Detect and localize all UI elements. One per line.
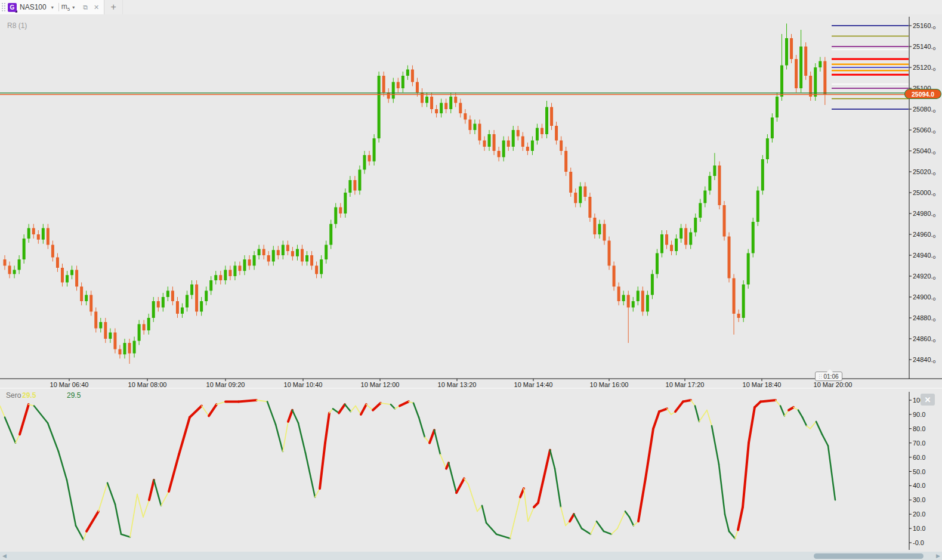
oscillator-panel[interactable]: 100.090.080.070.060.050.040.030.020.010.…: [0, 388, 942, 553]
timeframe-label[interactable]: m5: [61, 2, 70, 12]
svg-text:40.0: 40.0: [913, 482, 925, 489]
svg-text:50.0: 50.0: [913, 468, 925, 475]
current-price-label: 25094.0: [905, 89, 941, 98]
svg-text:25120.0: 25120.0: [913, 64, 936, 72]
svg-text:10 Mar 14:40: 10 Mar 14:40: [514, 381, 553, 388]
popout-icon[interactable]: ⧉: [83, 4, 88, 11]
svg-text:10 Mar 13:20: 10 Mar 13:20: [438, 381, 477, 388]
countdown-grip-icon: [819, 374, 821, 379]
svg-text:25000.0: 25000.0: [913, 189, 936, 197]
svg-text:24960.0: 24960.0: [913, 231, 936, 239]
symbol-badge-icon: G: [8, 3, 17, 12]
scroll-left-arrow-icon[interactable]: ◀: [2, 553, 7, 559]
svg-text:70.0: 70.0: [913, 440, 925, 447]
svg-text:10 Mar 12:00: 10 Mar 12:00: [361, 381, 400, 388]
tab-bar: G NAS100 ▾ m5 ▾ ⧉ ✕ +: [0, 0, 942, 15]
svg-text:25040.0: 25040.0: [913, 147, 936, 156]
svg-text:-0.0: -0.0: [913, 539, 924, 546]
svg-text:24880.0: 24880.0: [913, 314, 936, 323]
svg-text:24900.0: 24900.0: [913, 293, 936, 302]
tab-separator: [58, 3, 59, 11]
close-tab-icon[interactable]: ✕: [94, 4, 99, 11]
svg-text:25140.0: 25140.0: [913, 43, 936, 51]
trading-app-window: G NAS100 ▾ m5 ▾ ⧉ ✕ + 25160.025140.02512…: [0, 0, 942, 560]
main-chart-panel[interactable]: 25160.025140.025120.025100.025080.025060…: [0, 14, 942, 388]
tab-symbol-label: NAS100: [20, 3, 47, 11]
svg-text:30.0: 30.0: [913, 496, 925, 503]
tab-drag-grip-icon[interactable]: [1, 2, 5, 12]
oscillator-chart[interactable]: 100.090.080.070.060.050.040.030.020.010.…: [0, 389, 942, 553]
svg-text:20.0: 20.0: [913, 511, 925, 518]
symbol-dropdown-caret-icon[interactable]: ▾: [51, 5, 54, 10]
svg-text:10 Mar 20:00: 10 Mar 20:00: [814, 381, 853, 388]
indicator-label: R8 (1): [7, 21, 27, 30]
oscillator-close-button[interactable]: ✕: [921, 394, 935, 406]
svg-text:10 Mar 16:00: 10 Mar 16:00: [590, 381, 629, 388]
svg-text:25020.0: 25020.0: [913, 168, 936, 177]
candle-countdown-label[interactable]: 01:06: [815, 372, 842, 381]
svg-text:10 Mar 18:40: 10 Mar 18:40: [743, 381, 782, 388]
svg-text:10 Mar 17:20: 10 Mar 17:20: [666, 381, 705, 388]
svg-text:24840.0: 24840.0: [913, 356, 936, 364]
svg-text:60.0: 60.0: [913, 454, 925, 461]
oscillator-value-secondary: 29.5: [67, 391, 81, 400]
svg-text:24980.0: 24980.0: [913, 210, 936, 218]
svg-text:24860.0: 24860.0: [913, 335, 936, 344]
svg-text:10.0: 10.0: [913, 525, 925, 532]
svg-text:25160.0: 25160.0: [913, 22, 936, 30]
svg-text:80.0: 80.0: [913, 425, 925, 432]
svg-text:24940.0: 24940.0: [913, 252, 936, 260]
new-tab-button[interactable]: +: [104, 0, 123, 14]
oscillator-value-main: 29.5: [22, 391, 36, 400]
svg-text:25060.0: 25060.0: [913, 126, 936, 135]
svg-text:10 Mar 06:40: 10 Mar 06:40: [50, 381, 89, 388]
scroll-right-arrow-icon[interactable]: ▶: [936, 553, 940, 559]
horizontal-scrollbar[interactable]: ◀ ▶: [0, 552, 942, 560]
candlestick-chart[interactable]: 25160.025140.025120.025100.025080.025060…: [0, 14, 942, 388]
svg-text:10 Mar 09:20: 10 Mar 09:20: [206, 381, 245, 388]
svg-text:10 Mar 10:40: 10 Mar 10:40: [284, 381, 323, 388]
timeframe-dropdown-caret-icon[interactable]: ▾: [72, 5, 75, 10]
scrollbar-thumb[interactable]: [814, 553, 924, 559]
chart-tab-nas100[interactable]: G NAS100 ▾ m5 ▾ ⧉ ✕: [0, 0, 104, 14]
svg-text:90.0: 90.0: [913, 411, 925, 418]
svg-text:10 Mar 08:00: 10 Mar 08:00: [128, 381, 167, 388]
oscillator-name-label: Sero: [6, 391, 21, 400]
svg-text:25080.0: 25080.0: [913, 106, 936, 114]
svg-text:24920.0: 24920.0: [913, 273, 936, 281]
